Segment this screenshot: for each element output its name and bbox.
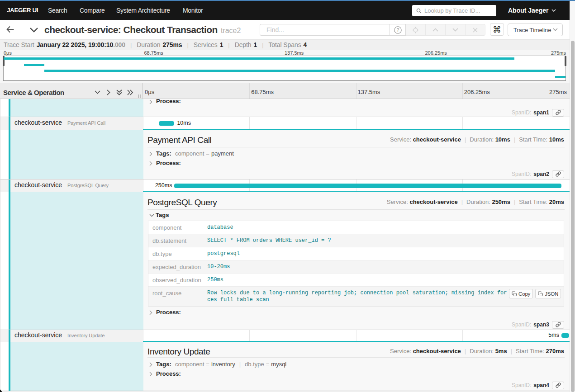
meta-label: Service: — [387, 198, 410, 205]
span-bar-row[interactable]: checkout-servicePostgreSQL Query250ms — [0, 179, 570, 191]
span-timeline-cell[interactable]: 5ms — [143, 330, 570, 341]
find-help-button[interactable]: ? — [390, 24, 406, 36]
summary-label: Trace Start — [4, 41, 34, 48]
summary-separator: | — [187, 42, 189, 48]
tags-toggle[interactable]: Tags — [156, 212, 169, 218]
minimap-canvas[interactable] — [3, 56, 566, 81]
span-name-cell[interactable]: checkout-servicePayment API Call — [0, 117, 143, 129]
nav-item-system-architecture[interactable]: System Architecture — [116, 1, 170, 20]
json-button-label: JSON — [545, 291, 558, 297]
tags-summary: component=inventory|db.type=mysql — [175, 361, 286, 368]
trace-collapse-toggle[interactable] — [29, 27, 38, 33]
span-duration-bar[interactable] — [159, 121, 174, 126]
span-bar-row[interactable]: checkout-serviceInventory Update5ms — [0, 330, 570, 341]
meta-separator: | — [465, 136, 466, 143]
tags-toggle[interactable]: Tags: — [156, 150, 171, 157]
span-detail-panel: PostgreSQL QueryService: checkout-servic… — [143, 192, 570, 330]
expand-all-button[interactable] — [127, 89, 133, 95]
minimap-right-scrubber[interactable] — [565, 56, 566, 66]
summary-value: January 22 2025, 19:00:10.000 — [37, 41, 125, 48]
tag-row-key: db.type — [148, 247, 207, 260]
meta-value: 20ms — [549, 198, 564, 205]
span-service-name: checkout-servicePayment API Call — [14, 119, 105, 126]
meta-label: Start Time: — [519, 136, 549, 143]
find-clear-button[interactable] — [466, 24, 485, 36]
timeline-column-header: Service & Operation 0μs68.75ms137.5ms206… — [0, 83, 570, 99]
deep-link-button[interactable] — [552, 109, 564, 117]
tags-toggle[interactable]: Tags: — [156, 361, 171, 368]
span-name-cell[interactable]: checkout-serviceInventory Update — [0, 330, 143, 341]
tag-row-key: component — [148, 221, 207, 234]
chevron-down-icon — [29, 27, 38, 33]
vertical-scrollbar-thumb[interactable] — [571, 41, 575, 392]
heading-divider — [147, 147, 565, 147]
detail-left-highlight — [10, 342, 143, 391]
column-resizer-grip[interactable] — [138, 94, 141, 98]
deep-link-button[interactable] — [552, 170, 564, 178]
span-timeline-cell[interactable]: 250ms — [143, 179, 570, 191]
tree-indent-guide — [9, 330, 10, 341]
meta-label: Duration: — [466, 198, 492, 205]
process-toggle[interactable]: Process: — [156, 99, 181, 104]
detail-left-column — [0, 99, 143, 117]
collapse-one-button[interactable] — [94, 89, 101, 95]
span-duration-bar[interactable] — [561, 333, 569, 338]
nav-item-compare[interactable]: Compare — [80, 1, 105, 20]
process-toggle[interactable]: Process: — [156, 309, 181, 316]
tag-equals: = — [266, 361, 270, 368]
trace-id-search[interactable] — [412, 5, 496, 16]
chevron-right-icon — [149, 372, 152, 377]
tags-summary: component=payment — [175, 150, 234, 157]
svg-text:?: ? — [396, 28, 399, 33]
app-logo[interactable]: JAEGER UI — [7, 1, 38, 20]
span-bar-row[interactable]: checkout-servicePayment API Call10ms — [0, 117, 570, 129]
process-toggle[interactable]: Process: — [156, 370, 181, 377]
timeline-tick-label: 137.5ms — [358, 89, 380, 95]
detail-left-column — [0, 130, 143, 179]
trace-id-search-input[interactable] — [424, 7, 492, 14]
process-toggle[interactable]: Process: — [156, 160, 181, 166]
span-detail-heading: PostgreSQL Query — [147, 198, 217, 208]
minimap-tick-label: 275ms — [551, 50, 566, 56]
find-next-button[interactable] — [446, 24, 466, 36]
column-divider[interactable] — [142, 83, 143, 99]
find-input[interactable] — [260, 24, 390, 35]
jaeger-trace-page: JAEGER UI SearchCompareSystem Architectu… — [0, 0, 575, 392]
span-id-value: span3 — [533, 321, 549, 328]
nav-item-monitor[interactable]: Monitor — [183, 1, 203, 20]
command-icon: ⌘ — [493, 24, 501, 35]
meta-separator: | — [465, 348, 466, 354]
crosshair-icon — [412, 27, 419, 33]
meta-label: Duration: — [470, 348, 495, 354]
copy-button[interactable]: Copy — [509, 289, 533, 298]
meta-value: checkout-service — [409, 198, 457, 205]
nav-item-search[interactable]: Search — [48, 1, 67, 20]
collapse-all-button[interactable] — [116, 89, 123, 95]
keyboard-shortcuts-button[interactable]: ⌘ — [490, 23, 504, 36]
meta-value: checkout-service — [413, 136, 461, 143]
expand-one-button[interactable] — [105, 89, 112, 95]
span-id-value: span2 — [533, 171, 549, 177]
trace-view-selector[interactable]: Trace Timeline — [508, 24, 563, 36]
trace-title: checkout-service: Checkout Transactiontr… — [44, 24, 241, 35]
find-box[interactable] — [260, 24, 390, 36]
find-match-highlight-button[interactable] — [406, 24, 426, 36]
meta-label: Service: — [390, 136, 413, 143]
summary-separator: | — [228, 42, 229, 48]
deep-link-button[interactable] — [552, 382, 564, 389]
minimap-span-bar — [555, 76, 565, 78]
chevron-right-icon — [107, 90, 110, 95]
tag-key: db.type — [245, 361, 264, 368]
json-button[interactable]: JSON — [535, 289, 561, 298]
timeline-gridline — [356, 330, 356, 341]
summary-label: Services — [194, 41, 218, 48]
deep-link-button[interactable] — [552, 321, 564, 329]
vertical-scrollbar[interactable] — [570, 1, 575, 392]
span-timeline-cell[interactable]: 10ms — [143, 117, 570, 129]
span-name-cell[interactable]: checkout-servicePostgreSQL Query — [0, 179, 143, 191]
span-duration-bar[interactable] — [174, 184, 561, 188]
about-jaeger-menu[interactable]: About Jaeger — [508, 1, 556, 20]
cursor-artifact — [0, 389, 2, 392]
back-button[interactable] — [6, 26, 15, 34]
find-prev-button[interactable] — [426, 24, 446, 36]
